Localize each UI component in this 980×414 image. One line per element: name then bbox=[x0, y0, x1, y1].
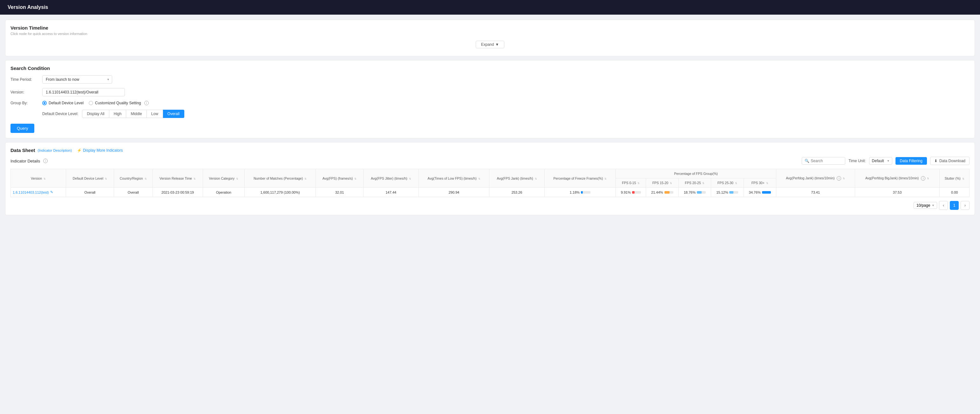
btn-middle[interactable]: Middle bbox=[126, 110, 146, 118]
sort-icon-jitter: ⇅ bbox=[409, 177, 411, 180]
version-timeline-card: Version Timeline Click node for quick ac… bbox=[5, 20, 975, 56]
search-input[interactable] bbox=[811, 159, 842, 163]
cell-avg-fps: 32.01 bbox=[316, 188, 364, 197]
cell-low-fps: 290.94 bbox=[418, 188, 489, 197]
sort-icon-matches: ⇅ bbox=[304, 177, 307, 180]
btn-low[interactable]: Low bbox=[147, 110, 163, 118]
btn-high[interactable]: High bbox=[109, 110, 126, 118]
sort-icon-fps-20-25: ⇅ bbox=[702, 182, 705, 185]
query-button[interactable]: Query bbox=[11, 124, 34, 133]
cell-country: Overall bbox=[114, 188, 153, 197]
device-level-row: Default Device Level: Display All High M… bbox=[42, 110, 969, 118]
cell-freeze: 1.18% bbox=[544, 188, 616, 197]
radio-default-dot bbox=[42, 101, 47, 105]
th-fps-15-20[interactable]: FPS 15-20 ⇅ bbox=[646, 178, 678, 188]
th-perfdog-jank[interactable]: Avg(Perfdog Jank) (times/10min) i ⇅ bbox=[776, 169, 855, 188]
cell-stutter: 0.00 bbox=[940, 188, 969, 197]
sort-icon-fps-15-20: ⇅ bbox=[670, 182, 672, 185]
sort-icon-pd-bigjank: ⇅ bbox=[927, 177, 929, 180]
radio-default-label: Default Device Level bbox=[49, 101, 84, 105]
per-page-wrapper: 10/page bbox=[913, 202, 937, 209]
search-section-title: Search Condition bbox=[11, 65, 969, 71]
data-filtering-button[interactable]: Data Filtering bbox=[896, 157, 927, 165]
page-1-button[interactable]: 1 bbox=[950, 201, 959, 210]
th-country-region[interactable]: Country/Region ⇅ bbox=[114, 169, 153, 188]
indicator-info-icon[interactable]: i bbox=[43, 159, 48, 163]
sort-icon-stutter: ⇅ bbox=[962, 177, 964, 180]
th-freeze[interactable]: Percentage of Freeze Frames(%) ⇅ bbox=[544, 169, 616, 188]
sort-icon-fps-25-30: ⇅ bbox=[735, 182, 737, 185]
radio-group: Default Device Level Customized Quality … bbox=[42, 101, 149, 105]
indicator-details-left: Indicator Details i bbox=[11, 159, 48, 164]
version-link[interactable]: 1.6.11014403.112(test) ✎ bbox=[13, 190, 64, 194]
search-box: 🔍 bbox=[802, 157, 845, 165]
sort-icon-jank: ⇅ bbox=[535, 177, 537, 180]
expand-button[interactable]: Expand ▼ bbox=[476, 41, 504, 48]
indicator-details-label: Indicator Details bbox=[11, 159, 40, 164]
btn-overall[interactable]: Overall bbox=[163, 110, 184, 118]
edit-icon[interactable]: ✎ bbox=[50, 190, 53, 194]
radio-default-device[interactable]: Default Device Level bbox=[42, 101, 84, 105]
th-avg-fps[interactable]: Avg(FPS) (frames/s) ⇅ bbox=[316, 169, 364, 188]
perfdog-bigjank-info-icon[interactable]: i bbox=[921, 176, 925, 181]
time-period-select[interactable]: From launch to now bbox=[42, 75, 112, 84]
th-perfdog-bigjank[interactable]: Avg(Perfdog BigJank) (times/10min) i ⇅ bbox=[855, 169, 940, 188]
timeline-title: Version Timeline bbox=[11, 25, 969, 30]
data-table: Version ⇅ Default Device Level ⇅ Country… bbox=[11, 169, 969, 197]
sort-icon-low-fps: ⇅ bbox=[478, 177, 480, 180]
th-matches[interactable]: Number of Matches (Percentage) ⇅ bbox=[244, 169, 315, 188]
custom-quality-info-icon[interactable]: i bbox=[144, 101, 149, 105]
time-period-label: Time Period: bbox=[11, 77, 42, 82]
sort-icon-release: ⇅ bbox=[194, 177, 196, 180]
indicator-details-right: 🔍 Time Unit: Default Data Filtering ⬇ Da… bbox=[802, 157, 969, 165]
radio-custom-quality[interactable]: Customized Quality Setting i bbox=[89, 101, 149, 105]
next-page-button[interactable]: › bbox=[961, 201, 969, 210]
level-buttons: Display All High Middle Low Overall bbox=[82, 110, 184, 118]
time-unit-label: Time Unit: bbox=[848, 159, 865, 163]
sort-icon-pd-jank: ⇅ bbox=[843, 177, 845, 180]
expand-label: Expand bbox=[481, 42, 494, 47]
cell-release-time: 2021-03-23 00:59:19 bbox=[153, 188, 203, 197]
indicator-details-row: Indicator Details i 🔍 Time Unit: Default… bbox=[11, 157, 969, 165]
th-fps-20-25[interactable]: FPS 20-25 ⇅ bbox=[678, 178, 711, 188]
perfdog-jank-info-icon[interactable]: i bbox=[837, 176, 841, 181]
sort-icon-fps: ⇅ bbox=[354, 177, 356, 180]
filter-icon: ⚡ bbox=[77, 148, 82, 153]
th-default-device-level[interactable]: Default Device Level ⇅ bbox=[66, 169, 114, 188]
data-download-button[interactable]: ⬇ Data Download bbox=[930, 157, 969, 165]
th-version-category[interactable]: Version Category ⇅ bbox=[203, 169, 244, 188]
download-icon: ⬇ bbox=[934, 159, 937, 163]
time-period-select-wrapper: From launch to now bbox=[42, 75, 112, 84]
per-page-select[interactable]: 10/page bbox=[913, 202, 937, 209]
table-row: 1.6.11014403.112(test) ✎ Overall Overall… bbox=[11, 188, 969, 197]
data-table-wrapper: Version ⇅ Default Device Level ⇅ Country… bbox=[11, 169, 969, 197]
sort-icon-fps-0-15: ⇅ bbox=[638, 182, 640, 185]
pagination-row: 10/page ‹ 1 › bbox=[11, 201, 969, 210]
search-condition-card: Search Condition Time Period: From launc… bbox=[5, 60, 975, 139]
timeline-expand-area: Expand ▼ bbox=[11, 38, 969, 51]
display-more-link[interactable]: ⚡ Display More Indicators bbox=[77, 148, 123, 153]
th-version[interactable]: Version ⇅ bbox=[11, 169, 66, 188]
th-fps-30-plus[interactable]: FPS 30+ ⇅ bbox=[744, 178, 776, 188]
th-fps-jitter[interactable]: Avg(FPS Jitter) (times/h) ⇅ bbox=[363, 169, 418, 188]
sort-icon-category: ⇅ bbox=[236, 177, 238, 180]
th-fps-jank[interactable]: Avg(FPS Jank) (times/h) ⇅ bbox=[489, 169, 544, 188]
top-bar: Version Analysis bbox=[0, 0, 980, 14]
version-input[interactable] bbox=[42, 88, 125, 96]
group-by-label: Group By: bbox=[11, 101, 42, 105]
radio-custom-dot bbox=[89, 101, 93, 105]
th-release-time[interactable]: Version Release Time ⇅ bbox=[153, 169, 203, 188]
time-unit-select[interactable]: Default bbox=[869, 157, 892, 165]
th-stutter[interactable]: Stutter (%) ⇅ bbox=[940, 169, 969, 188]
time-unit-select-wrapper: Default bbox=[869, 157, 892, 165]
btn-display-all[interactable]: Display All bbox=[82, 110, 109, 118]
th-fps-25-30[interactable]: FPS 25-30 ⇅ bbox=[711, 178, 744, 188]
prev-page-button[interactable]: ‹ bbox=[939, 201, 948, 210]
device-level-label: Default Device Level: bbox=[42, 111, 78, 116]
sort-icon-device: ⇅ bbox=[105, 177, 107, 180]
th-low-fps[interactable]: Avg(Times of Low FPS) (times/h) ⇅ bbox=[418, 169, 489, 188]
indicator-desc-link[interactable]: (Indicator Description) bbox=[38, 148, 72, 152]
th-fps-0-15[interactable]: FPS 0-15 ⇅ bbox=[616, 178, 646, 188]
cell-fps-25-30: 15.12% bbox=[711, 188, 744, 197]
sort-icon-version: ⇅ bbox=[43, 177, 46, 180]
